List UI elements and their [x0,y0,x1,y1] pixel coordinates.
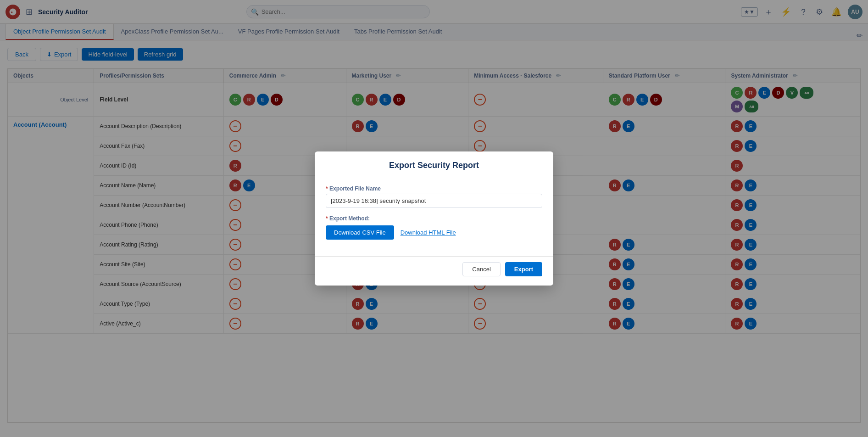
modal-overlay: Export Security Report * Exported File N… [0,0,868,437]
export-method-label: * Export Method: [326,215,542,222]
download-html-button[interactable]: Download HTML File [399,225,458,240]
file-name-field: * Exported File Name [326,185,542,208]
export-methods: Download CSV File Download HTML File [326,225,542,240]
modal-footer: Cancel Export [315,256,553,286]
file-name-label: * Exported File Name [326,185,542,192]
modal-body: * Exported File Name * Export Method: Do… [315,176,553,256]
cancel-button[interactable]: Cancel [462,262,500,276]
file-name-input[interactable] [326,194,542,208]
required-star2: * [326,215,329,222]
export-method-field: * Export Method: Download CSV File Downl… [326,215,542,240]
modal-header: Export Security Report [315,151,553,176]
required-star: * [326,185,329,192]
export-modal-button[interactable]: Export [505,262,542,276]
export-modal: Export Security Report * Exported File N… [315,151,553,286]
download-csv-button[interactable]: Download CSV File [326,225,394,240]
modal-title: Export Security Report [326,161,542,170]
